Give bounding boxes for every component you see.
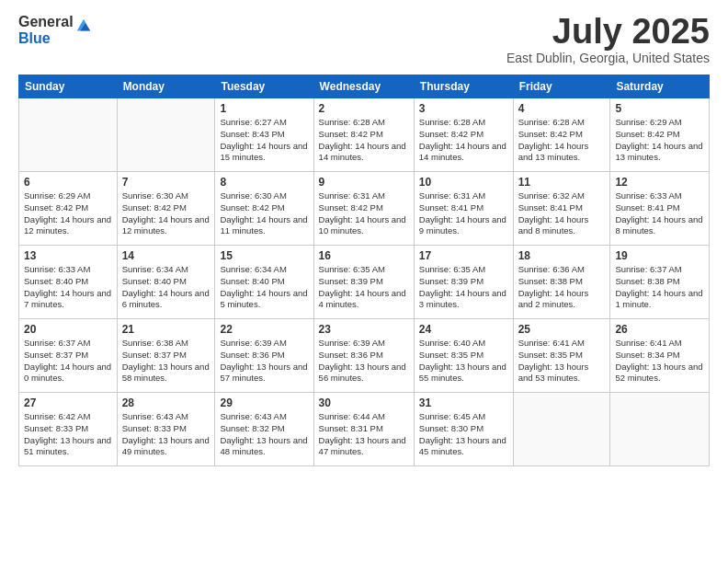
- calendar-header-friday: Friday: [513, 75, 610, 98]
- calendar-cell: [19, 98, 118, 172]
- day-number: 24: [419, 323, 508, 336]
- cell-details: Sunrise: 6:34 AM Sunset: 8:40 PM Dayligh…: [220, 264, 308, 311]
- day-number: 7: [122, 176, 210, 189]
- calendar-header-tuesday: Tuesday: [215, 75, 313, 98]
- logo-icon: [75, 17, 92, 34]
- calendar-cell: 24Sunrise: 6:40 AM Sunset: 8:35 PM Dayli…: [414, 319, 513, 393]
- calendar-cell: 19Sunrise: 6:37 AM Sunset: 8:38 PM Dayli…: [610, 246, 710, 319]
- calendar-cell: 27Sunrise: 6:42 AM Sunset: 8:33 PM Dayli…: [19, 393, 118, 466]
- day-number: 9: [319, 176, 409, 189]
- location: East Dublin, Georgia, United States: [506, 51, 710, 65]
- cell-details: Sunrise: 6:36 AM Sunset: 8:38 PM Dayligh…: [518, 264, 606, 311]
- calendar-cell: 31Sunrise: 6:45 AM Sunset: 8:30 PM Dayli…: [414, 393, 513, 466]
- day-number: 25: [518, 323, 606, 336]
- logo-general: General: [18, 14, 74, 30]
- day-number: 19: [615, 249, 704, 262]
- cell-details: Sunrise: 6:43 AM Sunset: 8:32 PM Dayligh…: [220, 411, 308, 458]
- cell-details: Sunrise: 6:43 AM Sunset: 8:33 PM Dayligh…: [122, 411, 210, 458]
- calendar-cell: 28Sunrise: 6:43 AM Sunset: 8:33 PM Dayli…: [117, 393, 215, 466]
- day-number: 5: [615, 102, 704, 115]
- calendar-header-saturday: Saturday: [610, 75, 710, 98]
- calendar-cell: 1Sunrise: 6:27 AM Sunset: 8:43 PM Daylig…: [215, 98, 313, 172]
- day-number: 11: [518, 176, 606, 189]
- logo-blue: Blue: [18, 30, 74, 47]
- calendar-cell: 12Sunrise: 6:33 AM Sunset: 8:41 PM Dayli…: [610, 172, 710, 246]
- cell-details: Sunrise: 6:30 AM Sunset: 8:42 PM Dayligh…: [220, 190, 308, 237]
- day-number: 29: [220, 396, 308, 409]
- calendar-cell: 11Sunrise: 6:32 AM Sunset: 8:41 PM Dayli…: [513, 172, 610, 246]
- cell-details: Sunrise: 6:42 AM Sunset: 8:33 PM Dayligh…: [24, 411, 112, 458]
- calendar-cell: 14Sunrise: 6:34 AM Sunset: 8:40 PM Dayli…: [117, 246, 215, 319]
- cell-details: Sunrise: 6:28 AM Sunset: 8:42 PM Dayligh…: [319, 117, 409, 164]
- calendar-cell: 29Sunrise: 6:43 AM Sunset: 8:32 PM Dayli…: [215, 393, 313, 466]
- calendar-header-monday: Monday: [117, 75, 215, 98]
- calendar-cell: [513, 393, 610, 466]
- calendar-header-row: SundayMondayTuesdayWednesdayThursdayFrid…: [19, 75, 710, 98]
- calendar-cell: 16Sunrise: 6:35 AM Sunset: 8:39 PM Dayli…: [313, 246, 414, 319]
- calendar-week-4: 20Sunrise: 6:37 AM Sunset: 8:37 PM Dayli…: [19, 319, 710, 393]
- calendar-cell: 5Sunrise: 6:29 AM Sunset: 8:42 PM Daylig…: [610, 98, 710, 172]
- cell-details: Sunrise: 6:45 AM Sunset: 8:30 PM Dayligh…: [419, 411, 508, 458]
- day-number: 20: [24, 323, 112, 336]
- cell-details: Sunrise: 6:34 AM Sunset: 8:40 PM Dayligh…: [122, 264, 210, 311]
- cell-details: Sunrise: 6:29 AM Sunset: 8:42 PM Dayligh…: [615, 117, 704, 164]
- day-number: 12: [615, 176, 704, 189]
- calendar-cell: 30Sunrise: 6:44 AM Sunset: 8:31 PM Dayli…: [313, 393, 414, 466]
- day-number: 30: [319, 396, 409, 409]
- calendar-cell: 13Sunrise: 6:33 AM Sunset: 8:40 PM Dayli…: [19, 246, 118, 319]
- month-title: July 2025: [506, 14, 710, 49]
- calendar-cell: 23Sunrise: 6:39 AM Sunset: 8:36 PM Dayli…: [313, 319, 414, 393]
- calendar-cell: 25Sunrise: 6:41 AM Sunset: 8:35 PM Dayli…: [513, 319, 610, 393]
- cell-details: Sunrise: 6:39 AM Sunset: 8:36 PM Dayligh…: [220, 338, 308, 385]
- cell-details: Sunrise: 6:28 AM Sunset: 8:42 PM Dayligh…: [518, 117, 606, 164]
- cell-details: Sunrise: 6:31 AM Sunset: 8:42 PM Dayligh…: [319, 190, 409, 237]
- cell-details: Sunrise: 6:33 AM Sunset: 8:40 PM Dayligh…: [24, 264, 112, 311]
- cell-details: Sunrise: 6:31 AM Sunset: 8:41 PM Dayligh…: [419, 190, 508, 237]
- cell-details: Sunrise: 6:29 AM Sunset: 8:42 PM Dayligh…: [24, 190, 112, 237]
- day-number: 2: [319, 102, 409, 115]
- cell-details: Sunrise: 6:40 AM Sunset: 8:35 PM Dayligh…: [419, 338, 508, 385]
- cell-details: Sunrise: 6:35 AM Sunset: 8:39 PM Dayligh…: [319, 264, 409, 311]
- title-block: July 2025 East Dublin, Georgia, United S…: [506, 14, 710, 65]
- day-number: 27: [24, 396, 112, 409]
- cell-details: Sunrise: 6:38 AM Sunset: 8:37 PM Dayligh…: [122, 338, 210, 385]
- day-number: 6: [24, 176, 112, 189]
- calendar-table: SundayMondayTuesdayWednesdayThursdayFrid…: [18, 75, 710, 466]
- day-number: 31: [419, 396, 508, 409]
- cell-details: Sunrise: 6:41 AM Sunset: 8:34 PM Dayligh…: [615, 338, 704, 385]
- calendar-cell: 8Sunrise: 6:30 AM Sunset: 8:42 PM Daylig…: [215, 172, 313, 246]
- cell-details: Sunrise: 6:27 AM Sunset: 8:43 PM Dayligh…: [220, 117, 308, 164]
- calendar-cell: 18Sunrise: 6:36 AM Sunset: 8:38 PM Dayli…: [513, 246, 610, 319]
- calendar-cell: 20Sunrise: 6:37 AM Sunset: 8:37 PM Dayli…: [19, 319, 118, 393]
- calendar-cell: 22Sunrise: 6:39 AM Sunset: 8:36 PM Dayli…: [215, 319, 313, 393]
- calendar-week-5: 27Sunrise: 6:42 AM Sunset: 8:33 PM Dayli…: [19, 393, 710, 466]
- calendar-cell: 2Sunrise: 6:28 AM Sunset: 8:42 PM Daylig…: [313, 98, 414, 172]
- day-number: 13: [24, 249, 112, 262]
- day-number: 22: [220, 323, 308, 336]
- cell-details: Sunrise: 6:33 AM Sunset: 8:41 PM Dayligh…: [615, 190, 704, 237]
- day-number: 15: [220, 249, 308, 262]
- calendar-cell: 3Sunrise: 6:28 AM Sunset: 8:42 PM Daylig…: [414, 98, 513, 172]
- day-number: 21: [122, 323, 210, 336]
- day-number: 26: [615, 323, 704, 336]
- page: General Blue July 2025 East Dublin, Geor…: [0, 0, 728, 563]
- calendar-cell: 15Sunrise: 6:34 AM Sunset: 8:40 PM Dayli…: [215, 246, 313, 319]
- cell-details: Sunrise: 6:28 AM Sunset: 8:42 PM Dayligh…: [419, 117, 508, 164]
- day-number: 14: [122, 249, 210, 262]
- calendar-week-2: 6Sunrise: 6:29 AM Sunset: 8:42 PM Daylig…: [19, 172, 710, 246]
- header: General Blue July 2025 East Dublin, Geor…: [18, 14, 710, 65]
- calendar-cell: [610, 393, 710, 466]
- day-number: 17: [419, 249, 508, 262]
- calendar-cell: 26Sunrise: 6:41 AM Sunset: 8:34 PM Dayli…: [610, 319, 710, 393]
- cell-details: Sunrise: 6:39 AM Sunset: 8:36 PM Dayligh…: [319, 338, 409, 385]
- calendar-cell: 9Sunrise: 6:31 AM Sunset: 8:42 PM Daylig…: [313, 172, 414, 246]
- day-number: 4: [518, 102, 606, 115]
- day-number: 10: [419, 176, 508, 189]
- calendar-cell: 4Sunrise: 6:28 AM Sunset: 8:42 PM Daylig…: [513, 98, 610, 172]
- calendar-header-wednesday: Wednesday: [313, 75, 414, 98]
- calendar-cell: 10Sunrise: 6:31 AM Sunset: 8:41 PM Dayli…: [414, 172, 513, 246]
- calendar-cell: 17Sunrise: 6:35 AM Sunset: 8:39 PM Dayli…: [414, 246, 513, 319]
- logo: General Blue: [18, 14, 92, 46]
- day-number: 3: [419, 102, 508, 115]
- calendar-header-sunday: Sunday: [19, 75, 118, 98]
